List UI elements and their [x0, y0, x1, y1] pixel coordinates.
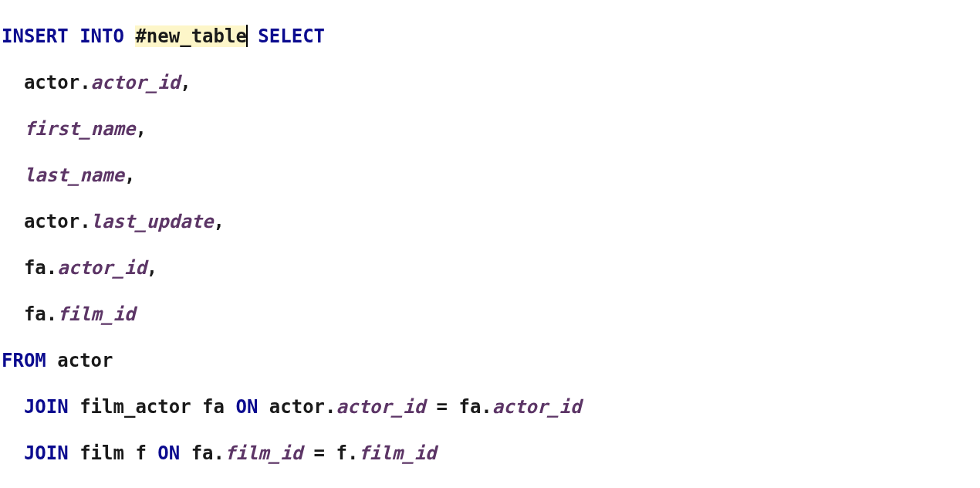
keyword-join: JOIN [24, 442, 69, 464]
code-line: actor.last_update, [2, 210, 980, 233]
code-line: fa.film_id [2, 303, 980, 326]
column-actor-id: actor_id [91, 72, 181, 93]
code-line: fa.actor_id, [2, 256, 980, 280]
column-last-name: last_name [24, 164, 124, 186]
code-line: INSERT INTO #new_table SELECT [2, 25, 980, 48]
table-film: film f [69, 442, 158, 464]
code-line: JOIN film f ON fa.film_id = f.film_id [2, 442, 980, 465]
code-line: JOIN film_actor fa ON actor.actor_id = f… [2, 395, 980, 419]
column-fa-actor-id: actor_id [57, 257, 147, 279]
table-actor: actor [46, 350, 113, 371]
column-fa-film-id: film_id [57, 303, 135, 325]
code-line: FROM actor [2, 349, 980, 372]
code-line: actor.actor_id, [2, 71, 980, 94]
keyword-select: SELECT [258, 25, 325, 47]
column-last-update: last_update [91, 211, 214, 232]
keyword-from: FROM [2, 350, 46, 371]
table-film-actor: film_actor fa [69, 396, 236, 418]
keyword-insert: INSERT [2, 25, 69, 47]
target-table: #new_table [135, 25, 247, 47]
keyword-on: ON [157, 442, 180, 464]
code-line: last_name, [2, 164, 980, 187]
column-first-name: first_name [24, 118, 136, 140]
sql-code-block[interactable]: INSERT INTO #new_table SELECT actor.acto… [0, 0, 980, 488]
keyword-on: ON [235, 396, 258, 418]
keyword-into: INTO [79, 25, 124, 47]
keyword-join: JOIN [24, 396, 69, 418]
code-line: first_name, [2, 117, 980, 141]
